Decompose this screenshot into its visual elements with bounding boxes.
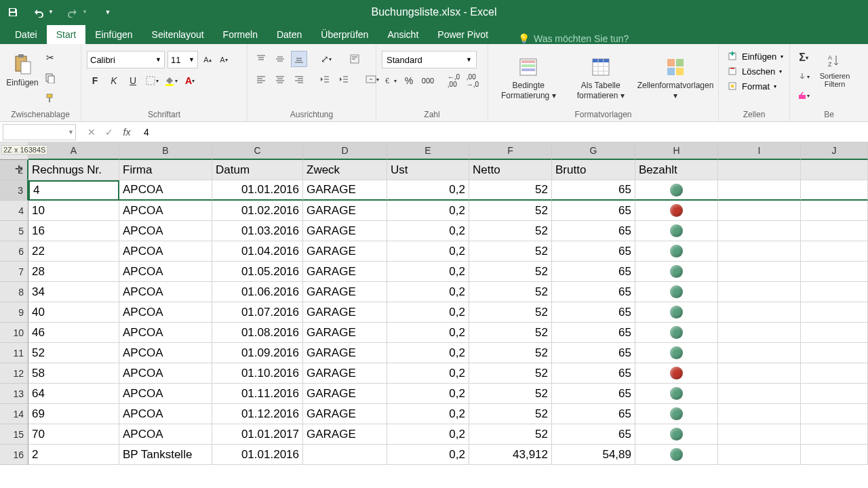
- cell[interactable]: [635, 302, 718, 323]
- cell[interactable]: 22: [28, 241, 119, 262]
- align-middle-button[interactable]: [272, 51, 288, 67]
- cell[interactable]: Firma: [119, 160, 212, 180]
- cell[interactable]: 54,89: [552, 445, 635, 465]
- cell[interactable]: [801, 160, 868, 180]
- cell[interactable]: [718, 343, 801, 363]
- tab-powerpivot[interactable]: Power Pivot: [428, 25, 498, 44]
- cell[interactable]: 65: [552, 262, 635, 282]
- align-right-button[interactable]: [291, 71, 307, 87]
- row-header[interactable]: 8: [0, 282, 28, 302]
- cell[interactable]: GARAGE: [303, 282, 387, 302]
- cell[interactable]: 43,912: [469, 445, 552, 465]
- redo-dropdown-icon[interactable]: ▼: [81, 5, 88, 20]
- cell[interactable]: [635, 323, 718, 343]
- wrap-text-button[interactable]: [347, 51, 363, 67]
- cell[interactable]: 0,2: [387, 282, 469, 302]
- cell[interactable]: 28: [28, 262, 119, 282]
- cell[interactable]: 10: [28, 201, 119, 221]
- cell[interactable]: [635, 180, 718, 201]
- format-painter-button[interactable]: [42, 90, 58, 106]
- cell[interactable]: GARAGE: [303, 262, 387, 282]
- cells-format-button[interactable]: Format▾: [724, 79, 779, 93]
- cell[interactable]: 16: [28, 221, 119, 241]
- row-header[interactable]: 3: [0, 180, 28, 201]
- cell[interactable]: APCOA: [119, 323, 212, 343]
- column-header-G[interactable]: G: [552, 142, 635, 160]
- align-left-button[interactable]: [253, 71, 269, 87]
- cell[interactable]: GARAGE: [303, 302, 387, 323]
- cell[interactable]: [635, 384, 718, 404]
- clear-button[interactable]: ▾: [795, 87, 812, 104]
- tab-start[interactable]: Start: [47, 25, 86, 44]
- fx-button[interactable]: fx: [118, 124, 136, 140]
- cell[interactable]: 65: [552, 323, 635, 343]
- cell[interactable]: 46: [28, 323, 119, 343]
- cell[interactable]: [635, 363, 718, 384]
- decrease-font-button[interactable]: A▾: [217, 53, 231, 66]
- cell[interactable]: 01.11.2016: [212, 384, 303, 404]
- row-header[interactable]: 4: [0, 201, 28, 221]
- cell[interactable]: [635, 262, 718, 282]
- cell[interactable]: 65: [552, 282, 635, 302]
- italic-button[interactable]: K: [106, 73, 122, 89]
- cell[interactable]: 52: [469, 241, 552, 262]
- cell[interactable]: [718, 302, 801, 323]
- cell[interactable]: [801, 363, 868, 384]
- save-icon[interactable]: [5, 5, 20, 20]
- row-header[interactable]: 2✛: [0, 160, 28, 180]
- cell[interactable]: [718, 241, 801, 262]
- cell[interactable]: 52: [469, 221, 552, 241]
- cell[interactable]: [718, 180, 801, 201]
- cell[interactable]: [635, 221, 718, 241]
- cell[interactable]: [635, 282, 718, 302]
- cell[interactable]: 52: [28, 343, 119, 363]
- cell[interactable]: GARAGE: [303, 404, 387, 424]
- cell[interactable]: [718, 160, 801, 180]
- copy-button[interactable]: [42, 70, 58, 86]
- cell[interactable]: [718, 424, 801, 445]
- cell[interactable]: [635, 404, 718, 424]
- cell[interactable]: [718, 221, 801, 241]
- cell[interactable]: [801, 424, 868, 445]
- cell[interactable]: GARAGE: [303, 241, 387, 262]
- font-name-combo[interactable]: Calibri▼: [87, 51, 165, 68]
- cell[interactable]: 01.06.2016: [212, 282, 303, 302]
- cell[interactable]: Datum: [212, 160, 303, 180]
- cell[interactable]: 34: [28, 282, 119, 302]
- cell[interactable]: 01.10.2016: [212, 363, 303, 384]
- cell[interactable]: 52: [469, 343, 552, 363]
- cell[interactable]: 01.09.2016: [212, 343, 303, 363]
- cell[interactable]: APCOA: [119, 363, 212, 384]
- column-header-J[interactable]: J: [801, 142, 868, 160]
- cell[interactable]: 0,2: [387, 384, 469, 404]
- cell[interactable]: 0,2: [387, 302, 469, 323]
- cell[interactable]: 65: [552, 180, 635, 201]
- cell[interactable]: 0,2: [387, 180, 469, 201]
- cell[interactable]: [718, 384, 801, 404]
- cell[interactable]: [801, 323, 868, 343]
- select-all-corner[interactable]: 2Z x 16384S: [0, 142, 28, 160]
- cell[interactable]: BP Tankstelle: [119, 445, 212, 465]
- cell[interactable]: [718, 445, 801, 465]
- cells-delete-button[interactable]: Löschen▾: [724, 64, 785, 78]
- cell[interactable]: 0,2: [387, 424, 469, 445]
- cell[interactable]: APCOA: [119, 262, 212, 282]
- undo-dropdown-icon[interactable]: ▼: [47, 5, 54, 20]
- cell[interactable]: APCOA: [119, 343, 212, 363]
- cell[interactable]: [718, 404, 801, 424]
- cell-styles-button[interactable]: Zellenformatvorlagen ▾: [638, 55, 713, 102]
- cell[interactable]: 01.02.2016: [212, 201, 303, 221]
- qat-customize-icon[interactable]: ▼: [100, 5, 115, 20]
- row-header[interactable]: 12: [0, 363, 28, 384]
- cell[interactable]: 01.05.2016: [212, 262, 303, 282]
- cell[interactable]: 65: [552, 302, 635, 323]
- cell[interactable]: GARAGE: [303, 363, 387, 384]
- row-header[interactable]: 10: [0, 323, 28, 343]
- decrease-indent-button[interactable]: [317, 71, 333, 87]
- cell[interactable]: [635, 201, 718, 221]
- cell[interactable]: 52: [469, 404, 552, 424]
- cell[interactable]: GARAGE: [303, 384, 387, 404]
- cell[interactable]: 52: [469, 384, 552, 404]
- row-header[interactable]: 7: [0, 262, 28, 282]
- column-header-F[interactable]: F: [469, 142, 552, 160]
